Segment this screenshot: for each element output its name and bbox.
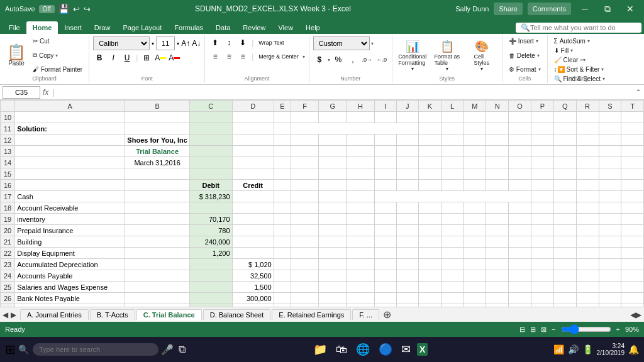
file-explorer-icon[interactable]: 📁 — [311, 340, 330, 359]
cell-r23[interactable] — [576, 259, 599, 270]
cut-button[interactable]: ✂ Cut — [30, 36, 85, 46]
tab-view[interactable]: View — [272, 21, 299, 34]
cell-m12[interactable] — [464, 134, 486, 146]
cell-t12[interactable] — [621, 134, 644, 146]
increase-decimal-button[interactable]: .0→ — [361, 53, 374, 66]
col-header-h[interactable]: H — [347, 101, 374, 112]
cell-g21[interactable] — [319, 236, 347, 248]
currency-arrow[interactable]: ▾ — [328, 57, 330, 63]
cell-c26[interactable] — [189, 293, 232, 304]
cell-p17[interactable] — [531, 191, 554, 202]
cell-b22[interactable] — [125, 248, 190, 259]
clear-arrow[interactable]: =▾ — [580, 57, 586, 63]
cell-f20[interactable] — [291, 225, 319, 236]
cell-e11[interactable] — [274, 123, 291, 134]
cell-m15[interactable] — [464, 168, 486, 180]
col-header-s[interactable]: S — [599, 101, 621, 112]
cell-l26[interactable] — [441, 293, 464, 304]
cell-m20[interactable] — [464, 225, 486, 236]
merge-center-button[interactable]: Merge & Center — [256, 50, 301, 63]
delete-arrow[interactable]: ▾ — [537, 53, 540, 58]
cell-l15[interactable] — [441, 168, 464, 180]
excel-icon[interactable]: X — [417, 343, 428, 356]
cell-p24[interactable] — [531, 270, 554, 282]
cell-a23[interactable]: Accumulated Depreciation — [15, 259, 125, 270]
align-top-button[interactable]: ⬆ — [209, 36, 221, 49]
cell-p22[interactable] — [531, 248, 554, 259]
cell-e16[interactable] — [274, 180, 291, 191]
cell-n18[interactable] — [486, 202, 509, 214]
format-button[interactable]: ⚙ Format ▾ — [506, 65, 543, 74]
cell-h24[interactable] — [347, 270, 374, 282]
cell-o11[interactable] — [509, 123, 531, 134]
mail-icon[interactable]: ✉ — [399, 340, 413, 359]
cell-q19[interactable] — [553, 214, 576, 225]
cell-g23[interactable] — [319, 259, 347, 270]
cell-p13[interactable] — [531, 146, 554, 157]
sort-filter-arrow[interactable]: ▾ — [601, 67, 604, 72]
cell-q17[interactable] — [553, 191, 576, 202]
cell-c25[interactable] — [189, 282, 232, 293]
close-button[interactable]: ✕ — [621, 3, 639, 15]
cell-t21[interactable] — [621, 236, 644, 248]
cell-t22[interactable] — [621, 248, 644, 259]
cell-f11[interactable] — [291, 123, 419, 134]
network-icon[interactable]: 📶 — [553, 344, 564, 354]
share-button[interactable]: Share — [494, 3, 522, 15]
cell-c17[interactable]: $ 318,230 — [189, 191, 232, 202]
col-header-c[interactable]: C — [189, 101, 232, 112]
cell-g12[interactable] — [319, 134, 347, 146]
cell-d18[interactable] — [232, 202, 274, 214]
cell-r13[interactable] — [576, 146, 599, 157]
cell-d15[interactable] — [232, 168, 274, 180]
cell-f10[interactable] — [291, 112, 319, 123]
font-size-input[interactable] — [156, 36, 175, 50]
cell-s18[interactable] — [599, 202, 621, 214]
scroll-left-icon[interactable]: ◀ — [630, 310, 636, 319]
cell-c19[interactable]: 70,170 — [189, 214, 232, 225]
cell-o13[interactable] — [509, 146, 531, 157]
cell-r24[interactable] — [576, 270, 599, 282]
cell-c20[interactable]: 780 — [189, 225, 232, 236]
cell-c23[interactable] — [189, 259, 232, 270]
cell-k20[interactable] — [418, 225, 441, 236]
cell-n26[interactable] — [486, 293, 509, 304]
delete-button[interactable]: 🗑 Delete ▾ — [506, 51, 543, 60]
cell-q24[interactable] — [553, 270, 576, 282]
cell-r17[interactable] — [576, 191, 599, 202]
cell-r16[interactable] — [576, 180, 599, 191]
col-header-m[interactable]: M — [464, 101, 486, 112]
cell-e12[interactable] — [274, 134, 291, 146]
cell-n21[interactable] — [486, 236, 509, 248]
cell-q16[interactable] — [553, 180, 576, 191]
cell-q23[interactable] — [553, 259, 576, 270]
col-header-p[interactable]: P — [531, 101, 554, 112]
cell-i17[interactable] — [374, 191, 531, 202]
zoom-out-button[interactable]: − — [552, 326, 555, 333]
autosum-arrow[interactable]: ▾ — [587, 38, 590, 44]
cell-t10[interactable] — [621, 112, 644, 123]
sheet-tab-f[interactable]: F. ... — [352, 309, 379, 320]
col-header-d[interactable]: D — [232, 101, 274, 112]
cell-d14[interactable] — [232, 157, 274, 168]
cell-q18[interactable] — [553, 202, 576, 214]
cell-i20[interactable] — [374, 225, 396, 236]
sheet-tab-taccts[interactable]: B. T-Accts — [90, 309, 135, 320]
cell-e10[interactable] — [274, 112, 291, 123]
cell-c18[interactable] — [189, 202, 232, 214]
cell-c13[interactable] — [189, 146, 232, 157]
cell-i19[interactable] — [374, 214, 396, 225]
borders-button[interactable]: ⊞ — [140, 52, 153, 64]
cell-a25[interactable]: Salaries and Wages Expense — [15, 282, 125, 293]
taskbar-search-input[interactable] — [33, 343, 158, 356]
cell-i26[interactable] — [374, 293, 396, 304]
cell-f12[interactable] — [291, 134, 319, 146]
undo-icon[interactable]: ↩ — [73, 4, 80, 14]
cell-f26[interactable] — [291, 293, 319, 304]
cell-o20[interactable] — [509, 225, 531, 236]
clear-button[interactable]: 🧹 Clear =▾ — [552, 55, 608, 65]
cell-i13[interactable] — [374, 146, 396, 157]
cell-a10[interactable] — [15, 112, 125, 123]
cell-h23[interactable] — [347, 259, 374, 270]
cell-f23[interactable] — [291, 259, 319, 270]
